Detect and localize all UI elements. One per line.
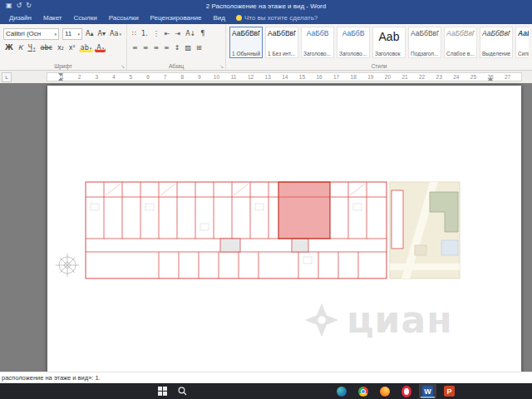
decrease-indent-button[interactable]: ⇤ xyxy=(163,29,172,38)
shrink-font-button[interactable]: А▾ xyxy=(96,29,108,38)
taskbar-apps: WP xyxy=(332,383,458,399)
floor-plan-drawing xyxy=(86,182,387,278)
taskbar-system-buttons xyxy=(158,383,187,399)
style-normal[interactable]: АаБбВвГг1 Обычный xyxy=(229,27,263,58)
taskbar-icon-firefox[interactable] xyxy=(376,384,393,398)
font-size-combo[interactable]: 11 ▾ xyxy=(62,28,82,40)
ruler-number: 8 xyxy=(180,74,184,80)
ruler-number: 10 xyxy=(214,74,219,80)
style-subtle-emphasis[interactable]: АаБбВвГгСлабое в... xyxy=(444,27,477,58)
change-case-button[interactable]: Аа▾ xyxy=(108,29,123,38)
map-fragment xyxy=(390,182,460,278)
align-left-button[interactable]: ≡ xyxy=(131,43,140,52)
tab-layout[interactable]: Макет xyxy=(37,12,68,23)
line-spacing-button[interactable]: ↕ xyxy=(173,43,182,52)
tab-mailings[interactable]: Рассылки xyxy=(103,12,145,23)
tab-design[interactable]: Дизайн xyxy=(3,12,37,23)
cian-logo-icon xyxy=(303,302,340,338)
ruler-number: 3 xyxy=(95,74,98,80)
taskbar: WP xyxy=(0,383,532,399)
bullets-button[interactable]: ∷ xyxy=(131,29,138,38)
start-button[interactable] xyxy=(158,387,167,396)
tab-review[interactable]: Рецензирование xyxy=(145,12,208,23)
style-sample: АаБбВвГг xyxy=(232,29,260,39)
ruler-number: 9 xyxy=(198,74,201,80)
justify-button[interactable]: ≡ xyxy=(162,43,171,52)
title-bar: ▣↺↻ 2 Расположение на этаже и вид - Word xyxy=(0,0,532,12)
sort-button[interactable]: А↓ xyxy=(184,29,197,38)
highlighted-apartment xyxy=(278,182,330,239)
underline-button[interactable]: Ч▾ xyxy=(26,43,37,52)
document-area[interactable]: циан xyxy=(0,83,532,372)
font-group-label: Шрифт xyxy=(0,63,126,69)
italic-button[interactable]: К xyxy=(17,43,25,52)
ruler-number: 24 xyxy=(453,74,459,80)
font-row2-buttons: ЖКЧ▾abcx₂x²ab▾А▾ xyxy=(3,41,123,55)
font-name-combo[interactable]: Calibri (Осн ▾ xyxy=(3,28,59,40)
superscript-button[interactable]: x² xyxy=(67,43,77,52)
styles-gallery: АаБбВвГг1 ОбычныйАаБбВвГг1 Без инт...АаБ… xyxy=(229,27,529,58)
shading-button[interactable]: ▨ xyxy=(184,43,194,52)
app-letter: P xyxy=(444,386,455,397)
save-icon[interactable]: ▣ xyxy=(6,0,12,12)
taskbar-icon-edge[interactable] xyxy=(332,384,350,398)
dialog-launcher-icon[interactable]: ↘ xyxy=(219,63,224,69)
page[interactable]: циан xyxy=(47,86,521,372)
text-highlight-button[interactable]: ab▾ xyxy=(79,43,94,52)
taskbar-icon-word[interactable]: W xyxy=(419,384,436,398)
tab-view[interactable]: Вид xyxy=(207,12,230,23)
ruler[interactable]: L 12345678910111213141516171819202122232… xyxy=(0,71,532,83)
paragraph-row1-buttons: ∷1.⋮⇤⇥А↓¶ xyxy=(131,27,222,41)
borders-button[interactable]: ⊞ xyxy=(195,43,204,52)
style-sample: АаБбВвГг xyxy=(268,29,296,39)
style-heading2[interactable]: АаБбВЗаголово... xyxy=(337,27,370,58)
paragraph-group: ∷1.⋮⇤⇥А↓¶ ≡≡≡≡↕▨⊞ Абзац ↘ xyxy=(127,24,226,70)
redo-icon[interactable]: ↻ xyxy=(26,0,32,12)
style-sample: АаБбВвГг xyxy=(446,29,475,39)
status-bar: расположение на этаже и вид»: 1. xyxy=(0,372,532,383)
taskbar-icon-chrome[interactable] xyxy=(354,384,372,398)
style-title[interactable]: АabЗаголовок xyxy=(372,27,406,58)
dialog-launcher-icon[interactable]: ↘ xyxy=(121,63,125,69)
tell-me-box[interactable]: Что вы хотите сделать? xyxy=(236,14,318,22)
undo-icon[interactable]: ↺ xyxy=(17,0,22,12)
align-center-button[interactable]: ≡ xyxy=(141,43,150,52)
ruler-number: 22 xyxy=(419,74,425,80)
status-text: расположение на этаже и вид»: 1. xyxy=(2,374,101,382)
ribbon-tab-bar: ДизайнМакетСсылкиРассылкиРецензированиеВ… xyxy=(0,12,532,24)
ruler-number: 19 xyxy=(367,74,373,80)
ruler-number: 1 xyxy=(61,74,64,80)
floor-plan-figure[interactable] xyxy=(54,174,463,297)
numbering-button[interactable]: 1. xyxy=(140,29,150,38)
app-glyph xyxy=(401,386,411,397)
paragraph-marks-button[interactable]: ¶ xyxy=(199,29,206,38)
tab-selector[interactable]: L xyxy=(2,72,12,82)
ruler-number: 13 xyxy=(265,74,271,80)
style-heading1[interactable]: АаБбВЗаголово... xyxy=(301,27,334,58)
style-name: Слабое в... xyxy=(446,51,475,57)
style-intense-emphasis[interactable]: АаБбВвГгСильное в... xyxy=(515,27,529,58)
ruler-number: 12 xyxy=(248,74,254,80)
style-emphasis[interactable]: АаБбВвГгВыделение xyxy=(480,27,513,58)
subscript-button[interactable]: x₂ xyxy=(56,43,66,52)
app-glyph xyxy=(380,387,390,397)
grow-font-button[interactable]: А▴ xyxy=(84,29,96,38)
tab-references[interactable]: Ссылки xyxy=(68,12,103,23)
taskbar-search-button[interactable] xyxy=(178,387,187,396)
style-subtitle[interactable]: АаБбВвГПодзагол... xyxy=(408,27,441,58)
multilevel-list-button[interactable]: ⋮ xyxy=(151,29,161,38)
style-no-spacing[interactable]: АаБбВвГг1 Без инт... xyxy=(265,27,298,58)
font-color-button[interactable]: А▾ xyxy=(95,43,106,52)
taskbar-icon-opera[interactable] xyxy=(397,384,415,398)
increase-indent-button[interactable]: ⇥ xyxy=(173,29,182,38)
style-sample: Аab xyxy=(375,29,403,46)
bold-button[interactable]: Ж xyxy=(3,43,15,52)
ruler-band[interactable]: 1234567891011121314151617181920212223242… xyxy=(47,72,522,81)
style-name: Выделение xyxy=(482,51,510,57)
taskbar-icon-powerpoint[interactable]: P xyxy=(441,384,458,398)
compass-icon xyxy=(56,254,79,277)
app-letter: W xyxy=(422,386,433,397)
align-right-button[interactable]: ≡ xyxy=(151,43,160,52)
app-glyph xyxy=(358,387,368,397)
strikethrough-button[interactable]: abc xyxy=(38,43,53,52)
